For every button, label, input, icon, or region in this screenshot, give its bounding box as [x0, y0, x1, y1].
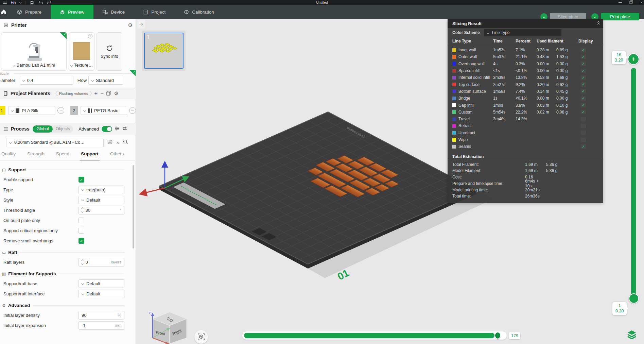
- linetype-swatch: [452, 103, 456, 107]
- raft-layers-spinner[interactable]: 0layers: [79, 258, 124, 266]
- threshold-angle-spinner[interactable]: 30°: [79, 206, 124, 214]
- close-button[interactable]: ×: [641, 0, 643, 4]
- undo-icon[interactable]: [38, 0, 43, 4]
- search-preset-icon[interactable]: [123, 139, 128, 145]
- panel-collapse-icon[interactable]: [598, 22, 599, 25]
- save-preset-icon[interactable]: [107, 139, 112, 145]
- plate-thumbnail[interactable]: 1: [142, 31, 186, 71]
- print-plate-button[interactable]: Print plate: [601, 13, 639, 20]
- display-checkbox[interactable]: ✓: [581, 96, 586, 101]
- tab-speed[interactable]: Speed: [55, 151, 70, 160]
- layer-range-slider[interactable]: [631, 68, 636, 299]
- tab-quality[interactable]: Quality: [1, 151, 16, 160]
- build-plate[interactable]: [159, 112, 476, 264]
- plate-info-icon[interactable]: i: [88, 34, 92, 38]
- display-checkbox[interactable]: ✓: [581, 103, 586, 107]
- compare-presets-icon[interactable]: [122, 126, 127, 132]
- minimize-button[interactable]: [619, 2, 622, 3]
- printer-select-chevron-icon[interactable]: [13, 64, 15, 66]
- sliced-objects[interactable]: [296, 150, 408, 204]
- display-checkbox[interactable]: [581, 138, 586, 142]
- tab-others[interactable]: Others: [109, 151, 125, 160]
- layer-slider-top-handle[interactable]: +: [628, 53, 639, 65]
- slicing-result-title: Slicing Result: [452, 21, 482, 26]
- clear-preset-icon[interactable]: ×: [116, 140, 119, 145]
- home-icon[interactable]: [0, 5, 8, 19]
- duplicate-filament-icon[interactable]: [106, 91, 111, 97]
- display-checkbox[interactable]: ✓: [581, 89, 586, 93]
- flow-select[interactable]: Standard: [88, 76, 123, 85]
- file-menu[interactable]: File: [11, 1, 16, 4]
- display-checkbox[interactable]: ✓: [581, 110, 586, 114]
- filament-1-select[interactable]: PLA Silk: [8, 106, 55, 115]
- app-menu-icon[interactable]: [2, 0, 7, 4]
- advanced-toggle[interactable]: [102, 126, 112, 132]
- support-type-select[interactable]: tree(auto): [79, 186, 124, 194]
- support-raft-interface-select[interactable]: Default: [79, 290, 124, 298]
- navigation-cube[interactable]: Top Front Right z: [141, 308, 188, 344]
- restore-button[interactable]: [629, 0, 633, 5]
- filament-settings-gear-icon[interactable]: ⚙: [114, 90, 118, 97]
- support-raft-base-select[interactable]: Default: [79, 279, 124, 288]
- filament-2-edit-icon[interactable]: ···: [129, 107, 136, 114]
- setting-row: Threshold angle 30°: [3, 205, 124, 215]
- redo-icon[interactable]: [47, 0, 52, 4]
- linetype-swatch: [452, 83, 456, 86]
- tab-support[interactable]: Support: [80, 151, 99, 160]
- display-checkbox[interactable]: ✓: [581, 55, 586, 59]
- process-preset-select[interactable]: 0.20mm Standard @BBL A1M - Co…: [6, 138, 104, 147]
- display-checkbox[interactable]: [581, 117, 586, 121]
- move-slider[interactable]: [242, 331, 507, 340]
- sync-info-button[interactable]: Sync info: [97, 32, 122, 71]
- plate-select-chevron-icon[interactable]: [70, 64, 73, 66]
- support-style-select[interactable]: Default: [79, 196, 124, 204]
- filament-1-edit-icon[interactable]: ···: [57, 107, 64, 114]
- axes-indicator: [143, 164, 186, 193]
- flushing-volumes-button[interactable]: Flushing volumes: [56, 91, 92, 96]
- layers-icon[interactable]: [627, 330, 637, 341]
- display-checkbox[interactable]: ✓: [581, 144, 586, 149]
- linetype-swatch: [452, 62, 456, 66]
- printer-card[interactable]: Bambu Lab A1 mini ✓: [1, 32, 67, 71]
- tab-strength[interactable]: Strength: [27, 151, 45, 160]
- display-checkbox[interactable]: [581, 124, 586, 128]
- add-filament-button[interactable]: +: [94, 90, 98, 97]
- initial-layer-density-input[interactable]: 90%: [79, 311, 124, 320]
- display-checkbox[interactable]: ✓: [581, 62, 586, 66]
- process-scope-toggle[interactable]: Global Objects: [33, 125, 73, 133]
- printer-settings-gear-icon[interactable]: ⚙: [128, 22, 133, 28]
- file-menu-chevron-icon[interactable]: [19, 1, 21, 3]
- remove-small-overhangs-checkbox[interactable]: ✓: [79, 238, 84, 244]
- plate-image: [73, 42, 90, 60]
- save-icon[interactable]: [29, 0, 34, 4]
- color-scheme-select[interactable]: Line Type: [484, 29, 561, 36]
- support-critical-regions-checkbox[interactable]: [79, 228, 84, 234]
- filament-2-select[interactable]: PETG Basic: [81, 106, 127, 115]
- on-build-plate-only-checkbox[interactable]: [79, 218, 84, 223]
- printer-name: Bambu Lab A1 mini: [17, 63, 55, 68]
- display-checkbox[interactable]: ✓: [581, 69, 586, 73]
- tab-calibration[interactable]: Calibration: [175, 5, 223, 19]
- parameter-list-icon[interactable]: [115, 126, 120, 132]
- enable-support-checkbox[interactable]: ✓: [79, 177, 84, 183]
- scope-objects[interactable]: Objects: [53, 126, 73, 131]
- display-checkbox[interactable]: ✓: [581, 82, 586, 87]
- display-checkbox[interactable]: ✓: [581, 75, 586, 80]
- layer-slider-bottom-handle[interactable]: [629, 293, 639, 304]
- tab-device[interactable]: Device: [93, 5, 134, 19]
- display-checkbox[interactable]: ✓: [581, 48, 586, 52]
- remove-filament-button[interactable]: −: [100, 90, 104, 97]
- linetype-row: Bottom surface1m58s7.4%0.14 m0.45 g✓: [448, 88, 603, 95]
- scope-global[interactable]: Global: [33, 125, 52, 133]
- tab-prepare[interactable]: Prepare: [8, 5, 51, 19]
- tab-preview[interactable]: Preview: [51, 5, 93, 19]
- initial-layer-expansion-input[interactable]: -1mm: [79, 321, 124, 330]
- display-checkbox[interactable]: [581, 131, 586, 135]
- plate-type-card[interactable]: i Texture…: [69, 32, 94, 71]
- reset-view-button[interactable]: [194, 330, 208, 344]
- tab-project[interactable]: Project: [134, 5, 175, 19]
- diameter-select[interactable]: 0.4: [20, 76, 73, 85]
- sidebar-collapse-toggle[interactable]: ‹|›: [137, 20, 145, 29]
- move-slider-handle[interactable]: [494, 332, 501, 339]
- settings-scrollbar[interactable]: [133, 165, 134, 248]
